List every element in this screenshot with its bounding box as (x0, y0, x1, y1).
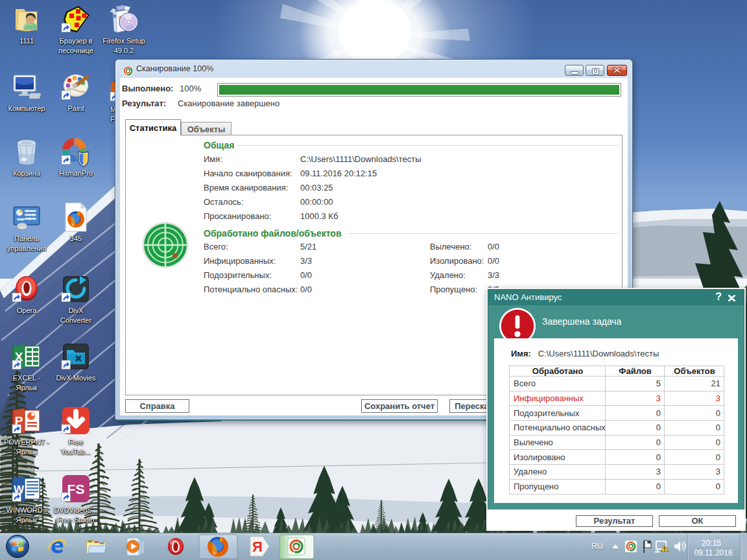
svg-text:RU: RU (591, 542, 602, 551)
svg-text:20:15: 20:15 (702, 539, 721, 548)
svg-text:Я: Я (252, 539, 263, 555)
svg-text:09.11.2016: 09.11.2016 (694, 548, 732, 557)
